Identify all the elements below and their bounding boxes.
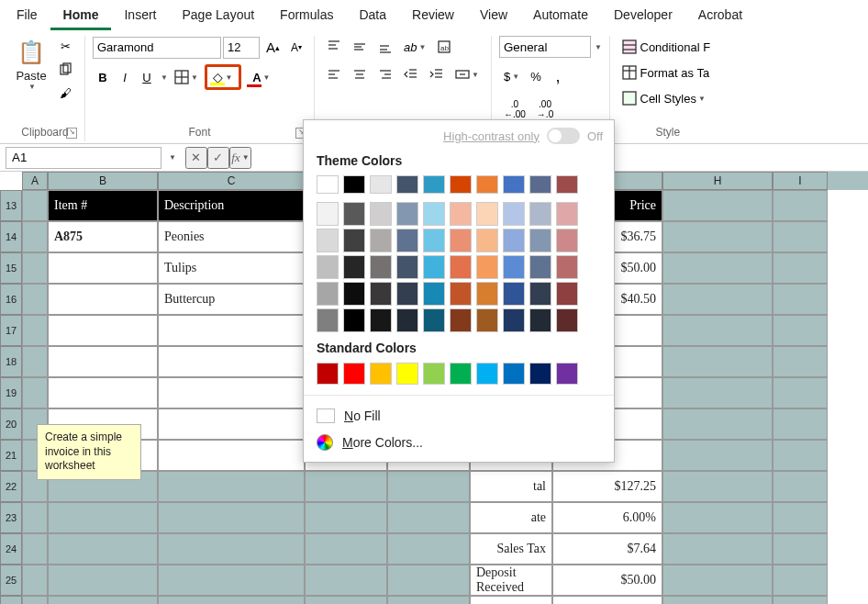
tab-automate[interactable]: Automate [520, 2, 601, 30]
col-header-I[interactable]: I [773, 172, 828, 190]
color-swatch[interactable] [370, 363, 392, 385]
cell[interactable] [773, 346, 828, 377]
cell[interactable] [662, 471, 773, 502]
color-swatch[interactable] [423, 282, 445, 306]
color-swatch[interactable] [556, 202, 578, 226]
color-swatch[interactable] [450, 255, 472, 279]
cell[interactable] [773, 408, 828, 440]
italic-button[interactable]: I [115, 67, 135, 88]
color-swatch[interactable] [396, 255, 418, 279]
row-header-17[interactable]: 17 [0, 315, 22, 346]
cell[interactable] [773, 471, 828, 502]
cell[interactable] [158, 565, 305, 596]
color-swatch[interactable] [556, 363, 578, 385]
row-header-14[interactable]: 14 [0, 221, 22, 252]
cell[interactable] [662, 440, 773, 471]
row-header-20[interactable]: 20 [0, 408, 22, 440]
color-swatch[interactable] [423, 363, 445, 385]
cell[interactable] [22, 190, 48, 221]
conditional-formatting-button[interactable]: Conditional F [618, 36, 718, 58]
cell[interactable] [662, 502, 773, 533]
align-right-button[interactable] [373, 63, 397, 85]
tab-acrobat[interactable]: Acrobat [685, 2, 755, 30]
row-header-16[interactable]: 16 [0, 284, 22, 315]
font-name-select[interactable] [93, 37, 221, 59]
cell[interactable] [662, 190, 773, 221]
cell[interactable] [48, 315, 158, 346]
row-header-19[interactable]: 19 [0, 377, 22, 408]
cell[interactable] [773, 502, 828, 533]
color-swatch[interactable] [476, 202, 498, 226]
color-swatch[interactable] [317, 229, 339, 252]
col-header-C[interactable]: C [158, 172, 305, 190]
cell[interactable] [22, 565, 48, 596]
row-header-21[interactable]: 21 [0, 440, 22, 471]
tab-review[interactable]: Review [399, 2, 467, 30]
cell[interactable] [48, 346, 158, 377]
color-swatch[interactable] [529, 229, 551, 252]
format-as-table-button[interactable]: Format as Ta [618, 62, 718, 84]
borders-button[interactable]: ▼ [170, 66, 203, 88]
cell[interactable] [662, 596, 773, 604]
color-swatch[interactable] [343, 175, 365, 194]
color-swatch[interactable] [343, 229, 365, 252]
color-swatch[interactable] [503, 363, 525, 385]
cell[interactable]: Description [158, 190, 305, 221]
paste-button[interactable]: 📋 [13, 36, 50, 69]
chevron-down-icon[interactable]: ▼ [28, 83, 36, 91]
color-swatch[interactable] [343, 308, 365, 332]
cell[interactable] [387, 596, 470, 604]
cell[interactable] [305, 471, 387, 502]
cell[interactable] [48, 565, 158, 596]
cell[interactable] [773, 377, 828, 408]
cut-button[interactable]: ✂ [53, 36, 77, 57]
cell[interactable] [305, 565, 387, 596]
color-swatch[interactable] [370, 282, 392, 306]
cell[interactable] [662, 565, 773, 596]
cell[interactable] [662, 377, 773, 408]
color-swatch[interactable] [476, 282, 498, 306]
color-swatch[interactable] [556, 282, 578, 306]
color-swatch[interactable] [450, 282, 472, 306]
row-header-15[interactable]: 15 [0, 252, 22, 284]
color-swatch[interactable] [370, 202, 392, 226]
color-swatch[interactable] [503, 282, 525, 306]
cell[interactable] [773, 221, 828, 252]
cell[interactable] [48, 533, 158, 565]
cell[interactable]: 6.00% [552, 502, 662, 533]
cell[interactable] [773, 252, 828, 284]
color-swatch[interactable] [556, 175, 578, 194]
cell[interactable]: Tulips [158, 252, 305, 284]
cell[interactable] [662, 221, 773, 252]
tab-developer[interactable]: Developer [601, 2, 685, 30]
align-bottom-button[interactable] [373, 36, 397, 58]
cell[interactable] [662, 533, 773, 565]
color-swatch[interactable] [317, 202, 339, 226]
cell[interactable]: tal [470, 471, 552, 502]
cell[interactable] [305, 502, 387, 533]
color-swatch[interactable] [396, 308, 418, 332]
color-swatch[interactable] [317, 282, 339, 306]
color-swatch[interactable] [423, 255, 445, 279]
color-swatch[interactable] [476, 175, 498, 194]
color-swatch[interactable] [370, 308, 392, 332]
number-format-select[interactable] [499, 36, 591, 58]
color-swatch[interactable] [529, 363, 551, 385]
cell[interactable] [158, 440, 305, 471]
color-swatch[interactable] [317, 255, 339, 279]
color-swatch[interactable] [476, 363, 498, 385]
cell[interactable]: Item # [48, 190, 158, 221]
col-header-A[interactable]: A [22, 172, 48, 190]
row-header-18[interactable]: 18 [0, 346, 22, 377]
cell[interactable] [387, 502, 470, 533]
tab-formulas[interactable]: Formulas [267, 2, 346, 30]
color-swatch[interactable] [503, 202, 525, 226]
cell[interactable]: Deposit Received [470, 565, 552, 596]
color-swatch[interactable] [317, 308, 339, 332]
color-swatch[interactable] [450, 175, 472, 194]
align-left-button[interactable] [322, 63, 346, 85]
color-swatch[interactable] [343, 282, 365, 306]
cell[interactable] [773, 596, 828, 604]
merge-center-button[interactable]: ▼ [451, 63, 484, 85]
color-swatch[interactable] [529, 175, 551, 194]
